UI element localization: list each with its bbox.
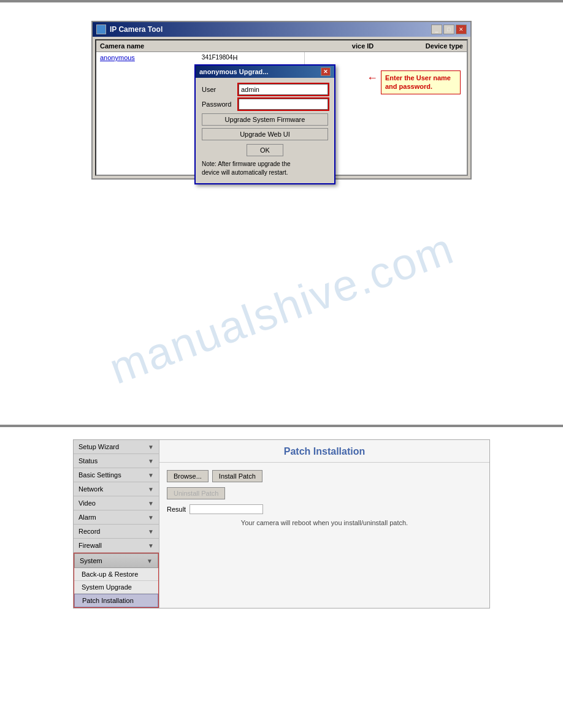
- patch-note: Your camera will reboot when you install…: [167, 519, 482, 526]
- page-title: Patch Installation: [159, 440, 489, 463]
- maximize-button[interactable]: □: [443, 25, 454, 34]
- user-input[interactable]: [239, 84, 328, 95]
- user-row: User: [202, 84, 328, 95]
- sidebar-label-firewall: Firewall: [79, 542, 102, 549]
- chevron-down-icon: ▼: [148, 528, 154, 535]
- window-title: IP Camera Tool: [110, 25, 163, 34]
- dialog-body: User Password Upgrade System Firmware Up…: [196, 78, 334, 183]
- sidebar-label-video: Video: [79, 499, 96, 507]
- sidebar-sub-item-backup[interactable]: Back-up & Restore: [74, 568, 158, 581]
- col-device-id: vice ID: [352, 42, 426, 50]
- camera-ui: Setup Wizard ▼ Status ▼ Basic Settings ▼…: [73, 439, 490, 609]
- main-content: Patch Installation Browse... Install Pat…: [159, 440, 489, 608]
- window-content-area: Camera name vice ID Device type anonymou…: [95, 39, 468, 176]
- chevron-down-icon: ▼: [148, 514, 154, 521]
- ok-button[interactable]: OK: [247, 144, 283, 156]
- chevron-down-icon: ▼: [148, 542, 154, 549]
- titlebar-left: IP Camera Tool: [96, 25, 163, 34]
- sidebar-item-firewall[interactable]: Firewall ▼: [74, 539, 159, 553]
- sidebar-sub-label-backup: Back-up & Restore: [82, 571, 138, 578]
- chevron-down-icon: ▼: [148, 472, 154, 479]
- window-app-icon: [96, 25, 106, 34]
- result-row: Result: [167, 504, 482, 514]
- browse-button[interactable]: Browse...: [167, 470, 209, 482]
- chevron-down-icon: ▼: [148, 486, 154, 493]
- sidebar-label-basic-settings: Basic Settings: [79, 471, 121, 479]
- window-titlebar: IP Camera Tool _ □ ✕: [93, 22, 470, 37]
- watermark-section: manualshive.com: [0, 192, 563, 425]
- left-panel: anonymous 341F19804 H anonymous Upgrad..…: [96, 52, 305, 175]
- dialog-note: Note: After firmware upgrade thedevice w…: [202, 160, 328, 177]
- password-row: Password: [202, 99, 328, 110]
- col-device-type: Device type: [426, 42, 463, 50]
- sidebar-item-status[interactable]: Status ▼: [74, 454, 159, 468]
- chevron-down-icon: ▼: [148, 444, 154, 450]
- sidebar-label-network: Network: [79, 485, 103, 493]
- content-body: Browse... Install Patch Uninstall Patch …: [159, 463, 489, 534]
- sidebar-sub-item-upgrade[interactable]: System Upgrade: [74, 581, 158, 594]
- sidebar-label-setup-wizard: Setup Wizard: [79, 443, 119, 450]
- table-header: Camera name vice ID Device type: [96, 40, 467, 52]
- sidebar-item-video[interactable]: Video ▼: [74, 496, 159, 510]
- cell-device-type: H: [232, 54, 301, 61]
- password-label: Password: [202, 100, 235, 108]
- upgrade-dialog: anonymous Upgrad... ✕ User Password: [194, 64, 335, 184]
- sidebar-label-system: System: [80, 557, 102, 564]
- annotation-text: Enter the User name and password.: [385, 74, 451, 90]
- window-controls: _ □ ✕: [431, 25, 467, 34]
- cell-camera-name[interactable]: anonymous: [100, 54, 202, 61]
- patch-buttons-row: Browse... Install Patch: [167, 470, 482, 482]
- sidebar-item-record[interactable]: Record ▼: [74, 525, 159, 539]
- password-input[interactable]: [239, 99, 328, 110]
- minimize-button[interactable]: _: [431, 25, 442, 34]
- sidebar: Setup Wizard ▼ Status ▼ Basic Settings ▼…: [74, 440, 159, 608]
- upgrade-web-button[interactable]: Upgrade Web UI: [202, 128, 328, 140]
- upgrade-firmware-button[interactable]: Upgrade System Firmware: [202, 113, 328, 126]
- sidebar-sub-label-patch: Patch Installation: [82, 597, 134, 604]
- cell-device-id: 341F19804: [202, 54, 233, 61]
- chevron-down-icon: ▼: [148, 458, 154, 464]
- col-spacer: [210, 42, 352, 50]
- annotation-arrow-icon: ←: [367, 72, 378, 85]
- sidebar-item-network[interactable]: Network ▼: [74, 482, 159, 496]
- table-row: anonymous 341F19804 H: [96, 52, 304, 63]
- dialog-titlebar: anonymous Upgrad... ✕: [196, 66, 334, 78]
- dialog-close-button[interactable]: ✕: [321, 67, 331, 76]
- install-patch-button[interactable]: Install Patch: [212, 470, 262, 482]
- sidebar-label-record: Record: [79, 528, 100, 535]
- sidebar-sub-item-patch[interactable]: Patch Installation: [74, 594, 158, 607]
- watermark-text: manualshive.com: [103, 223, 461, 394]
- sidebar-system-group: System ▼ Back-up & Restore System Upgrad…: [74, 553, 159, 608]
- chevron-down-icon: ▼: [148, 500, 154, 507]
- result-label: Result: [167, 506, 186, 513]
- sidebar-label-alarm: Alarm: [79, 514, 96, 521]
- chevron-down-icon: ▼: [147, 558, 153, 564]
- uninstall-patch-button[interactable]: Uninstall Patch: [167, 487, 225, 499]
- section2-patch: Setup Wizard ▼ Status ▼ Basic Settings ▼…: [0, 427, 563, 615]
- sidebar-item-setup-wizard[interactable]: Setup Wizard ▼: [74, 440, 159, 454]
- sidebar-sub-label-upgrade: System Upgrade: [82, 583, 132, 591]
- sidebar-label-status: Status: [79, 457, 98, 464]
- dialog-title: anonymous Upgrad...: [199, 68, 268, 75]
- sidebar-item-basic-settings[interactable]: Basic Settings ▼: [74, 468, 159, 482]
- close-button[interactable]: ✕: [456, 25, 467, 34]
- result-input[interactable]: [190, 504, 263, 514]
- annotation-box: Enter the User name and password.: [381, 70, 461, 94]
- sidebar-item-system[interactable]: System ▼: [74, 553, 158, 568]
- ipcamera-window: IP Camera Tool _ □ ✕ Camera name vice ID…: [91, 21, 472, 180]
- main-area: anonymous 341F19804 H anonymous Upgrad..…: [96, 52, 467, 175]
- section1-ipcamera: IP Camera Tool _ □ ✕ Camera name vice ID…: [0, 2, 563, 192]
- user-label: User: [202, 86, 235, 93]
- uninstall-row: Uninstall Patch: [167, 487, 482, 499]
- col-camera-name: Camera name: [100, 42, 210, 50]
- sidebar-item-alarm[interactable]: Alarm ▼: [74, 510, 159, 525]
